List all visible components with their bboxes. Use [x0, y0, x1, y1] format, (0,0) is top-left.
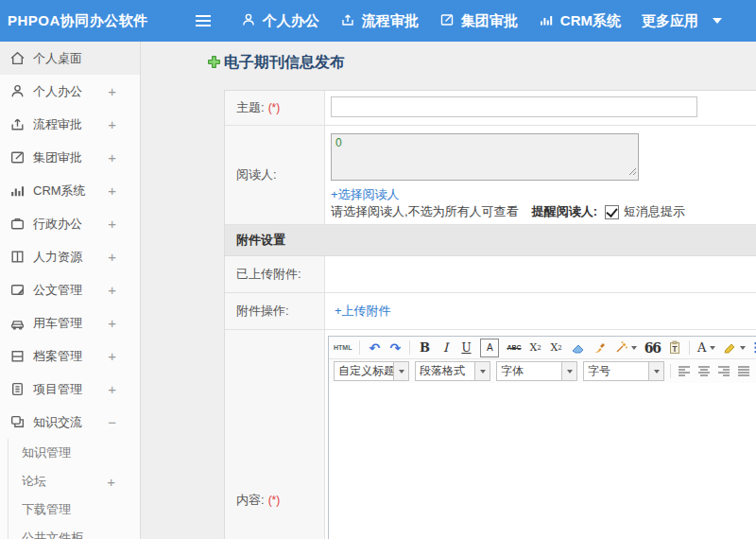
caret-down-icon [399, 370, 404, 374]
sidebar-subitem-public-cabinet[interactable]: 公共文件柜 [9, 524, 140, 539]
sms-checkbox[interactable] [605, 205, 619, 219]
paragraph-format-select[interactable]: 段落格式 [415, 361, 490, 381]
sidebar-item-hr[interactable]: 人力资源 + [0, 240, 140, 273]
forecolor-button[interactable]: A [697, 339, 714, 356]
expand-toggle[interactable]: + [108, 183, 116, 199]
align-justify-button[interactable] [736, 363, 750, 380]
expand-toggle[interactable]: + [107, 474, 115, 490]
expand-toggle[interactable]: + [108, 282, 116, 298]
chart-icon [539, 12, 554, 30]
sidebar-item-label: 项目管理 [33, 381, 108, 398]
sidebar-item-official-docs[interactable]: 公文管理 + [0, 273, 140, 306]
app-logo: PHPOA协同办公软件 [8, 12, 148, 30]
readers-hint: 请选择阅读人,不选为所有人可查看 [331, 203, 519, 220]
heading-select[interactable]: 自定义标题 [334, 361, 409, 381]
user-icon [241, 12, 256, 30]
sidebar-item-crm[interactable]: CRM系统 + [0, 174, 140, 207]
align-right-button[interactable] [716, 363, 730, 380]
uploaded-attachments-row: 已上传附件: [225, 256, 756, 293]
expand-toggle[interactable]: + [108, 381, 116, 397]
sidebar-item-workflow-approval[interactable]: 流程审批 + [0, 108, 140, 141]
readers-textarea[interactable]: 0 [331, 133, 639, 181]
font-style-button[interactable]: A [480, 339, 499, 357]
collapse-toggle[interactable]: − [108, 414, 116, 430]
resize-handle-icon[interactable] [628, 165, 637, 179]
align-center-button[interactable] [696, 363, 711, 380]
upload-attachment-link[interactable]: +上传附件 [335, 303, 391, 320]
subject-input[interactable] [331, 96, 697, 117]
ordered-list-button[interactable] [753, 339, 756, 356]
attachment-ops-label: 附件操作: [225, 293, 325, 329]
sidebar-item-archives[interactable]: 档案管理 + [0, 339, 140, 373]
nav-workflow-approval[interactable]: 流程审批 [340, 12, 419, 30]
autotypeset-icon[interactable] [614, 339, 637, 356]
nav-group-approval[interactable]: 集团审批 [439, 12, 518, 30]
caret-down-icon [740, 346, 746, 350]
expand-toggle[interactable]: + [108, 249, 116, 265]
font-family-select[interactable]: 字体 [496, 361, 577, 381]
underline-button[interactable]: U [459, 339, 472, 356]
caret-down-icon [631, 346, 637, 350]
sms-label: 短消息提示 [624, 203, 685, 220]
add-icon [208, 55, 220, 72]
editor-content-area[interactable] [329, 383, 756, 539]
sidebar-item-label: 知识交流 [33, 414, 108, 431]
page-title-text: 电子期刊信息发布 [224, 53, 345, 73]
sidebar-item-label: 个人办公 [33, 83, 108, 100]
chat-icon [9, 414, 26, 430]
font-size-select[interactable]: 字号 [583, 361, 664, 381]
content-label: 内容: (*) [225, 330, 325, 539]
publish-form: 主题: (*) 阅读人: 0 +选择阅读人 请选择阅读人,不选为所有人可查看 提… [224, 90, 756, 539]
expand-toggle[interactable]: + [108, 116, 116, 132]
readers-label: 阅读人: [225, 126, 325, 224]
nav-more-apps[interactable]: 更多应用 [642, 12, 722, 30]
sidebar-item-group-approval[interactable]: 集团审批 + [0, 141, 140, 174]
sidebar-subitem-knowledge-mgmt[interactable]: 知识管理 [9, 439, 140, 467]
italic-button[interactable]: I [438, 339, 452, 356]
project-icon [9, 381, 26, 397]
align-left-button[interactable] [677, 363, 691, 380]
top-nav: 个人办公 流程审批 集团审批 CRM系统 更多应用 [241, 12, 722, 30]
expand-toggle[interactable]: + [108, 315, 116, 331]
highlight-icon[interactable] [723, 339, 746, 356]
sidebar-item-label: 公文管理 [33, 282, 108, 299]
remind-readers-label: 提醒阅读人: [532, 203, 597, 220]
expand-toggle[interactable]: + [108, 348, 116, 364]
sidebar-item-knowledge[interactable]: 知识交流 − [0, 406, 140, 439]
sidebar-subitem-forum[interactable]: 论坛 + [9, 467, 140, 496]
sidebar-subitem-downloads[interactable]: 下载管理 [9, 496, 140, 524]
flow-icon [9, 116, 26, 132]
sidebar-item-label: 行政办公 [33, 216, 108, 233]
expand-toggle[interactable]: + [108, 149, 116, 165]
redo-button[interactable]: ↷ [388, 339, 402, 356]
sidebar-item-personal-desktop[interactable]: 个人桌面 [0, 42, 140, 75]
strikethrough-button[interactable]: ABC [507, 339, 521, 356]
superscript-button[interactable]: X2 [529, 339, 542, 356]
editor-toolbar-row1: HTML ↶ ↷ B I U A ABC X2 X2 [329, 337, 756, 359]
html-source-button[interactable]: HTML [334, 339, 352, 356]
bold-button[interactable]: B [418, 339, 431, 356]
nav-personal-office[interactable]: 个人办公 [241, 12, 319, 30]
sidebar-item-vehicle[interactable]: 用车管理 + [0, 306, 140, 339]
blockquote-button[interactable]: 66 [644, 339, 661, 356]
sidebar: 个人桌面 个人办公 + 流程审批 + 集团审批 + CRM系统 + 行政办公 +… [0, 42, 141, 539]
expand-toggle[interactable]: + [108, 216, 116, 232]
nav-label: 流程审批 [362, 12, 419, 30]
select-readers-link[interactable]: +选择阅读人 [331, 186, 400, 203]
uploaded-attachments-value [325, 256, 756, 292]
required-mark: (*) [268, 494, 281, 507]
undo-button[interactable]: ↶ [368, 339, 381, 356]
readers-row: 阅读人: 0 +选择阅读人 请选择阅读人,不选为所有人可查看 提醒阅读人: 短消… [225, 126, 756, 225]
sidebar-item-admin-office[interactable]: 行政办公 + [0, 207, 140, 240]
edit-icon [439, 12, 455, 30]
eraser-icon[interactable] [571, 339, 585, 356]
format-painter-icon[interactable] [593, 339, 607, 356]
menu-icon[interactable] [196, 15, 211, 26]
nav-crm-system[interactable]: CRM系统 [539, 12, 621, 30]
subscript-button[interactable]: X2 [550, 339, 563, 356]
sidebar-item-projects[interactable]: 项目管理 + [0, 373, 140, 406]
expand-toggle[interactable]: + [108, 83, 116, 99]
main-content: 电子期刊信息发布 主题: (*) 阅读人: 0 +选择阅读人 [141, 42, 756, 539]
sidebar-item-personal-office[interactable]: 个人办公 + [0, 75, 140, 108]
paste-text-icon[interactable] [668, 339, 681, 356]
